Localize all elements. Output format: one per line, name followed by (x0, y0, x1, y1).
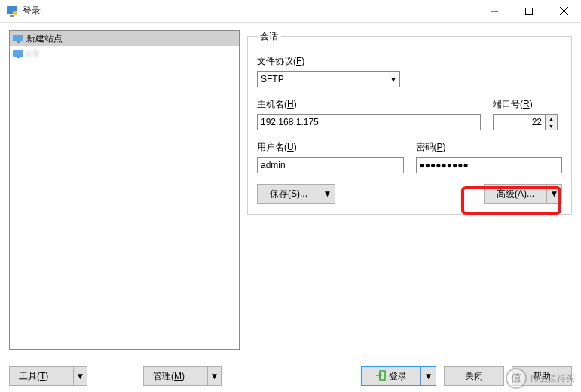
port-label: 端口号(R) (493, 98, 562, 111)
advanced-button[interactable]: 高级(A)... ▼ (484, 184, 562, 204)
close-button[interactable] (546, 0, 581, 23)
watermark-icon: 值 (506, 368, 527, 389)
footer: 工具(T) ▼ 管理(M) ▼ 登录 ▼ 关闭 帮助 (9, 366, 572, 386)
hostname-input[interactable] (257, 114, 481, 130)
close-button-footer[interactable]: 关闭 (444, 366, 504, 386)
chevron-up-icon: ▲ (546, 115, 557, 122)
advanced-dropdown[interactable]: ▼ (547, 184, 562, 204)
svg-rect-8 (17, 41, 20, 43)
save-button[interactable]: 保存(S)... ▼ (257, 184, 335, 204)
save-dropdown[interactable]: ▼ (320, 184, 335, 204)
protocol-label: 文件协议(F) (257, 55, 562, 68)
username-input[interactable] (257, 157, 404, 173)
tools-dropdown[interactable]: ▼ (74, 366, 87, 386)
login-icon (375, 370, 386, 383)
window-title: 登录 (23, 5, 477, 17)
chevron-down-icon: ▼ (546, 122, 557, 130)
svg-rect-1 (10, 15, 14, 17)
watermark: 值 什么值得买 (500, 365, 581, 392)
username-label: 用户名(U) (257, 141, 404, 154)
hostname-label: 主机名(H) (257, 98, 481, 111)
app-icon (6, 5, 18, 17)
manage-dropdown[interactable]: ▼ (208, 366, 222, 386)
tools-button[interactable]: 工具(T) (9, 366, 74, 386)
port-input[interactable] (493, 114, 546, 130)
site-item-existing[interactable]: c 5 (10, 46, 239, 61)
svg-rect-4 (526, 8, 533, 14)
caret-down-icon: ▼ (424, 371, 433, 381)
password-label: 密码(P) (416, 141, 563, 154)
svg-rect-9 (13, 50, 23, 57)
site-item-new[interactable]: 新建站点 (10, 31, 239, 46)
monitor-icon (13, 35, 23, 43)
caret-down-icon: ▼ (76, 371, 85, 381)
watermark-text: 什么值得买 (530, 372, 575, 385)
monitor-icon (13, 50, 23, 58)
session-legend: 会话 (257, 30, 281, 43)
title-bar: 登录 (0, 0, 581, 23)
caret-down-icon: ▼ (210, 371, 219, 381)
site-item-label: c 5 (26, 48, 38, 59)
password-input[interactable] (416, 157, 563, 173)
session-group: 会话 文件协议(F) ▾ 主机名(H) 端口号(R) ▲▼ (247, 30, 572, 215)
login-dropdown[interactable]: ▼ (421, 366, 436, 386)
site-item-label: 新建站点 (26, 32, 63, 45)
login-button[interactable]: 登录 ▼ (361, 366, 436, 386)
protocol-select[interactable] (257, 71, 400, 87)
minimize-button[interactable] (477, 0, 512, 23)
maximize-button[interactable] (512, 0, 546, 23)
manage-button[interactable]: 管理(M) (143, 366, 208, 386)
svg-rect-7 (13, 35, 23, 41)
svg-rect-10 (17, 57, 20, 58)
port-spinner[interactable]: ▲▼ (546, 114, 558, 130)
caret-down-icon: ▼ (323, 188, 332, 199)
svg-point-2 (13, 11, 17, 15)
site-list[interactable]: 新建站点 c 5 (9, 30, 240, 350)
caret-down-icon: ▼ (550, 188, 559, 199)
